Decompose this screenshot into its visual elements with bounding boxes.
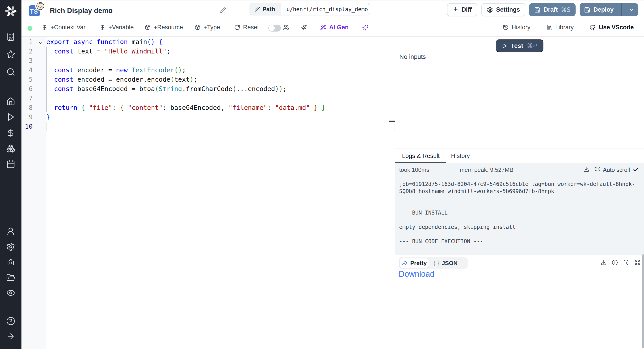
edit-summary-pencil-icon[interactable] bbox=[220, 7, 226, 13]
deploy-divider bbox=[621, 3, 622, 16]
path-label-segment[interactable]: Path bbox=[250, 3, 281, 15]
code-line: return { "file": { "content": base64Enco… bbox=[46, 103, 325, 112]
draft-button[interactable]: Draft⌘S bbox=[529, 3, 576, 16]
toggle-knob bbox=[269, 25, 275, 31]
save-icon bbox=[584, 7, 590, 13]
result-scrollbar[interactable] bbox=[642, 254, 644, 348]
line-number: 1 bbox=[22, 37, 33, 47]
add-resource-button[interactable]: +Resource bbox=[145, 19, 183, 36]
tab-logs-result[interactable]: Logs & Result bbox=[395, 149, 446, 163]
reset-button[interactable]: Reset bbox=[234, 19, 259, 36]
result-tabs: Logs & Result History bbox=[395, 149, 644, 163]
dollar-icon bbox=[100, 24, 106, 31]
sidebar bbox=[0, 0, 22, 349]
paintbrush-icon bbox=[301, 24, 307, 31]
copy-result-icon[interactable] bbox=[623, 259, 629, 265]
path-value[interactable]: u/henri/rich_display_demo bbox=[281, 6, 370, 13]
audit-eye-icon[interactable] bbox=[6, 288, 15, 297]
settings-button[interactable]: Settings bbox=[482, 3, 525, 16]
braces-icon: { } bbox=[434, 260, 439, 267]
package-icon bbox=[194, 24, 200, 31]
multiplayer-users-icon[interactable] bbox=[283, 19, 289, 36]
deploy-dropdown-button[interactable] bbox=[625, 3, 638, 16]
bun-runtime-emoji bbox=[35, 1, 45, 11]
current-line-highlight bbox=[46, 122, 394, 131]
duration-label: took 100ms bbox=[399, 166, 429, 173]
add-context-var-button[interactable]: +Context Var bbox=[42, 19, 86, 36]
line-number: 6 bbox=[22, 84, 33, 94]
use-vscode-button[interactable]: Use VScode bbox=[590, 19, 634, 36]
library-icon bbox=[546, 24, 552, 31]
ai-gen-button[interactable]: AI Gen bbox=[320, 19, 348, 36]
deploy-button-group: Deploy bbox=[580, 3, 638, 16]
download-logs-icon[interactable] bbox=[583, 166, 589, 172]
pretty-toggle[interactable]: Pretty bbox=[400, 258, 429, 268]
no-inputs-label: No inputs bbox=[399, 53, 426, 60]
check-icon bbox=[633, 166, 639, 173]
folders-icon[interactable] bbox=[6, 273, 15, 282]
test-shortcut: ⌘↵ bbox=[527, 42, 538, 49]
help-icon[interactable] bbox=[6, 316, 15, 325]
resources-boxes-icon[interactable] bbox=[6, 144, 15, 153]
diff-button[interactable]: Diff bbox=[447, 3, 477, 16]
path-widget[interactable]: Path u/henri/rich_display_demo bbox=[250, 3, 370, 16]
schedules-calendar-icon[interactable] bbox=[6, 160, 15, 168]
diff-mode-toggle[interactable] bbox=[268, 25, 281, 32]
sidebar-divider bbox=[0, 22, 22, 22]
code-line: } bbox=[46, 112, 50, 122]
home-icon[interactable] bbox=[6, 97, 15, 106]
workspace-icon[interactable] bbox=[6, 32, 15, 41]
chevron-down-icon bbox=[628, 7, 635, 13]
wand-sparkles-icon bbox=[320, 24, 326, 31]
gear-icon bbox=[487, 7, 493, 13]
language-badge-ts: TS bbox=[28, 5, 40, 16]
logs-section: took 100ms mem peak: 9.527MB Auto scroll… bbox=[395, 163, 644, 255]
status-dot bbox=[28, 26, 32, 31]
library-button[interactable]: Library bbox=[546, 19, 574, 36]
variables-dollar-icon[interactable] bbox=[6, 128, 15, 137]
deploy-button[interactable]: Deploy bbox=[580, 3, 618, 16]
search-icon[interactable] bbox=[6, 68, 15, 77]
code-line: export async function main() { bbox=[46, 37, 162, 47]
favorites-star-icon[interactable] bbox=[6, 50, 15, 59]
line-number: 3 bbox=[22, 56, 33, 65]
draft-shortcut: ⌘S bbox=[561, 7, 570, 13]
format-paintbrush-icon[interactable] bbox=[301, 19, 307, 36]
tab-history[interactable]: History bbox=[444, 149, 476, 163]
add-variable-button[interactable]: +Variable bbox=[100, 19, 134, 36]
json-toggle[interactable]: { }JSON bbox=[434, 257, 467, 269]
expand-result-icon[interactable] bbox=[634, 259, 640, 265]
test-button[interactable]: Test ⌘↵ bbox=[496, 39, 544, 52]
mem-peak-label: mem peak: 9.527MB bbox=[460, 166, 514, 173]
code-editor[interactable]: 12345678910 export async function main()… bbox=[22, 37, 395, 349]
auto-scroll-label[interactable]: Auto scroll bbox=[603, 166, 630, 173]
line-number: 9 bbox=[22, 112, 33, 122]
path-label: Path bbox=[262, 6, 275, 13]
ai-sparkles-button[interactable] bbox=[362, 19, 368, 36]
log-output: job=01912d75-163d-8204-47c9-5469c516cb1e… bbox=[399, 181, 635, 245]
download-result-icon[interactable] bbox=[600, 259, 607, 265]
rotate-cw-icon bbox=[234, 24, 240, 31]
sparkles-icon bbox=[362, 24, 368, 31]
history-button[interactable]: History bbox=[503, 19, 530, 36]
line-number: 2 bbox=[22, 47, 33, 56]
runs-play-icon[interactable] bbox=[6, 113, 15, 122]
workers-bot-icon[interactable] bbox=[6, 258, 15, 267]
result-view-toggle: Pretty { }JSON bbox=[399, 257, 468, 269]
editor-toolbar: +Context Var +Variable +Resource +Type R… bbox=[22, 19, 644, 37]
fold-chevron-icon[interactable] bbox=[38, 40, 44, 46]
download-link[interactable]: Download bbox=[399, 269, 434, 279]
settings-gear-icon[interactable] bbox=[6, 242, 15, 251]
line-number: 4 bbox=[22, 65, 33, 75]
save-icon bbox=[534, 7, 540, 13]
users-icon bbox=[283, 24, 289, 31]
users-icon[interactable] bbox=[6, 227, 15, 236]
info-icon[interactable] bbox=[612, 259, 618, 265]
expand-logs-icon[interactable] bbox=[595, 166, 600, 172]
add-type-button[interactable]: +Type bbox=[194, 19, 220, 36]
windmill-logo[interactable] bbox=[5, 5, 16, 17]
expand-sidebar-arrow-icon[interactable] bbox=[6, 332, 15, 341]
line-number: 7 bbox=[22, 94, 33, 103]
dollar-icon bbox=[42, 24, 48, 31]
code-line: const encoded = encoder.encode(text); bbox=[46, 75, 198, 84]
